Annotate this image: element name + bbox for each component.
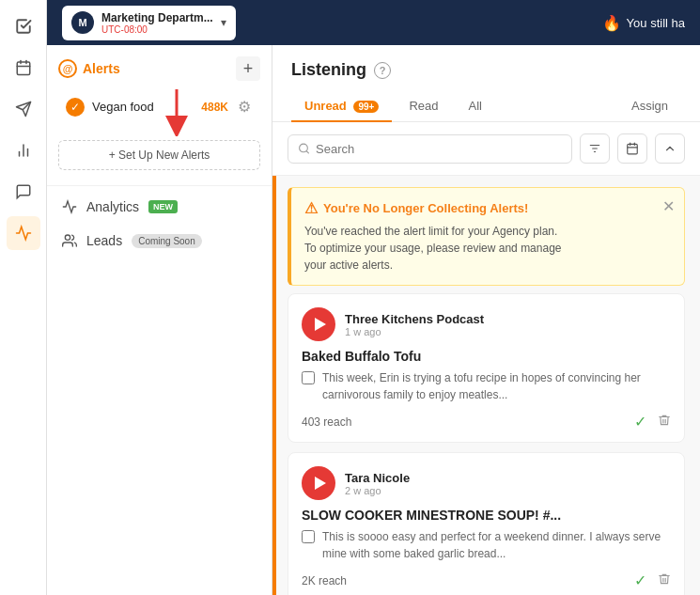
- alert-name: Vegan food: [92, 100, 194, 114]
- gear-icon[interactable]: ⚙: [236, 96, 253, 117]
- alerts-title: @ Alerts: [58, 59, 120, 78]
- sidebar-divider: [47, 185, 272, 186]
- nav-calendar[interactable]: [7, 51, 40, 85]
- sidebar-item-analytics[interactable]: Analytics new: [47, 190, 272, 224]
- warning-text: You've reached the alert limit for your …: [304, 223, 671, 274]
- workspace-name: Marketing Departm...: [101, 11, 213, 24]
- search-row: [272, 122, 700, 176]
- feed-item-time: 1 w ago: [345, 326, 484, 337]
- feed: Three Kitchens Podcast 1 w ago Baked Buf…: [272, 293, 700, 595]
- search-box: [288, 134, 572, 164]
- workspace-selector[interactable]: M Marketing Departm... UTC-08:00 ▾: [62, 6, 236, 40]
- workspace-info: Marketing Departm... UTC-08:00: [101, 11, 213, 35]
- sort-icon: [663, 142, 677, 155]
- youtube-avatar: [302, 466, 335, 500]
- orange-accent-bar: [272, 176, 276, 595]
- svg-point-9: [65, 235, 70, 240]
- svg-rect-0: [17, 62, 30, 75]
- alert-check-icon: ✓: [66, 98, 85, 117]
- nav-pulse[interactable]: [7, 216, 40, 250]
- add-alert-button[interactable]: +: [236, 56, 260, 81]
- feed-item-meta: Three Kitchens Podcast 1 w ago: [345, 312, 484, 337]
- workspace-avatar: M: [71, 11, 94, 34]
- new-alert-button[interactable]: + Set Up New Alerts: [58, 140, 260, 170]
- top-bar-notification: 🔥 You still ha: [602, 14, 685, 32]
- nav-send[interactable]: [7, 92, 40, 126]
- feed-item-header: Tara Nicole 2 w ago: [302, 466, 671, 500]
- chevron-down-icon: ▾: [221, 16, 226, 29]
- warning-close-button[interactable]: ✕: [662, 197, 675, 215]
- feed-item-source: Three Kitchens Podcast: [345, 312, 484, 326]
- feed-item-source: Tara Nicole: [345, 471, 410, 485]
- warning-title: ⚠ You're No Longer Collecting Alerts!: [304, 199, 671, 217]
- warning-icon: ⚠: [304, 199, 318, 217]
- warning-banner: ⚠ You're No Longer Collecting Alerts! Yo…: [288, 187, 685, 286]
- nav-chat[interactable]: [7, 175, 40, 209]
- content-row: @ Alerts + ✓ Vegan food 488K ⚙ + Set Up …: [47, 45, 700, 595]
- panel-header: Listening ? Unread 99+ Read All Ass: [272, 45, 700, 122]
- approve-icon[interactable]: ✓: [634, 572, 646, 589]
- help-icon[interactable]: ?: [374, 62, 391, 79]
- leads-icon: [62, 233, 77, 248]
- feed-item-title: Baked Buffalo Tofu: [302, 349, 671, 364]
- feed-item: Three Kitchens Podcast 1 w ago Baked Buf…: [288, 293, 685, 443]
- play-icon: [315, 477, 326, 490]
- youtube-avatar: [302, 307, 335, 341]
- reach-label: 403 reach: [302, 415, 351, 429]
- filter-icon: [588, 142, 601, 155]
- tabs: Unread 99+ Read All Assign: [291, 91, 681, 121]
- filter-button[interactable]: [580, 133, 610, 164]
- sort-button[interactable]: [655, 133, 685, 164]
- feed-item-footer: 2K reach ✓: [302, 572, 671, 589]
- feed-item-body: This is soooo easy and perfect for a wee…: [302, 528, 671, 562]
- delete-button[interactable]: [658, 572, 671, 589]
- nav-chart[interactable]: [7, 133, 40, 167]
- icon-bar: [0, 0, 47, 595]
- feed-item-checkbox[interactable]: [302, 530, 315, 543]
- feed-item-body: This week, Erin is trying a tofu recipe …: [302, 369, 671, 403]
- feed-item-time: 2 w ago: [345, 485, 410, 496]
- delete-button[interactable]: [658, 414, 671, 431]
- panel-title: Listening ?: [291, 60, 681, 80]
- workspace-timezone: UTC-08:00: [101, 24, 213, 35]
- trash-icon: [658, 572, 671, 586]
- analytics-icon: [62, 199, 77, 214]
- calendar-button[interactable]: [617, 133, 647, 164]
- search-input[interactable]: [316, 142, 562, 156]
- feed-item: Tara Nicole 2 w ago SLOW COOKER MINESTRO…: [288, 452, 685, 595]
- alert-item[interactable]: ✓ Vegan food 488K ⚙: [58, 88, 260, 125]
- at-icon: @: [58, 59, 77, 78]
- search-icon: [298, 142, 310, 155]
- feed-item-checkbox[interactable]: [302, 371, 315, 384]
- tab-unread[interactable]: Unread 99+: [291, 91, 392, 122]
- approve-icon[interactable]: ✓: [634, 413, 646, 431]
- tab-all[interactable]: All: [455, 91, 494, 122]
- nav-check[interactable]: [7, 9, 40, 43]
- calendar-icon: [626, 142, 639, 155]
- feed-actions: ✓: [634, 572, 671, 589]
- panel-content: ⚠ You're No Longer Collecting Alerts! Yo…: [272, 176, 700, 595]
- feed-item-meta: Tara Nicole 2 w ago: [345, 471, 410, 496]
- alerts-header: @ Alerts +: [58, 56, 260, 81]
- feed-actions: ✓: [634, 413, 671, 431]
- unread-badge: 99+: [353, 101, 379, 113]
- sidebar: @ Alerts + ✓ Vegan food 488K ⚙ + Set Up …: [47, 45, 272, 595]
- trash-icon: [658, 414, 671, 427]
- sidebar-item-leads[interactable]: Leads Coming Soon: [47, 224, 272, 258]
- svg-line-11: [306, 151, 308, 153]
- leads-badge: Coming Soon: [132, 234, 202, 248]
- alerts-section: @ Alerts + ✓ Vegan food 488K ⚙: [47, 45, 272, 136]
- tab-assign[interactable]: Assign: [618, 91, 681, 122]
- feed-item-footer: 403 reach ✓: [302, 413, 671, 431]
- tab-read[interactable]: Read: [396, 91, 451, 122]
- feed-item-title: SLOW COOKER MINESTRONE SOUP! #...: [302, 508, 671, 523]
- top-bar: M Marketing Departm... UTC-08:00 ▾ 🔥 You…: [47, 0, 700, 45]
- panel-right: ⚠ You're No Longer Collecting Alerts! Yo…: [272, 176, 700, 595]
- analytics-new-badge: new: [148, 200, 178, 213]
- main-content: M Marketing Departm... UTC-08:00 ▾ 🔥 You…: [47, 0, 700, 595]
- alert-count: 488K: [201, 101, 228, 114]
- reach-label: 2K reach: [302, 574, 347, 587]
- fire-icon: 🔥: [602, 14, 621, 32]
- play-icon: [315, 318, 326, 331]
- main-panel: Listening ? Unread 99+ Read All Ass: [272, 45, 700, 595]
